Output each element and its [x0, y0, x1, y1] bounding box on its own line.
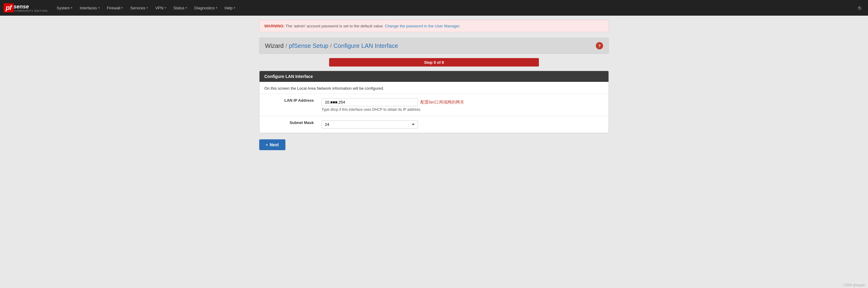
breadcrumb-sep1: /: [285, 43, 287, 49]
description-cell: On this screen the Local Area Network in…: [259, 82, 609, 94]
breadcrumb-sep2: /: [330, 43, 332, 49]
breadcrumb: Wizard / pfSense Setup / Configure LAN I…: [259, 38, 609, 54]
wizard-footer: » Next: [259, 139, 609, 150]
warning-label: WARNING:: [264, 24, 284, 28]
help-button[interactable]: ?: [596, 42, 603, 49]
nav-services-arrow: ▾: [147, 6, 148, 9]
lan-ip-input-group: 配置lan口局域网的网关: [321, 98, 604, 106]
nav-services[interactable]: Services ▾: [127, 4, 151, 12]
community-edition-label: COMMUNITY EDITION: [14, 9, 48, 12]
lan-ip-subtext: Type dhcp if this interface uses DHCP to…: [321, 107, 604, 112]
subnet-mask-label: Subnet Mask: [259, 116, 320, 133]
warning-banner: WARNING: The 'admin' account password is…: [259, 20, 609, 32]
logo-sense: sense: [13, 4, 29, 10]
breadcrumb-wizard: Wizard: [265, 42, 284, 49]
nav-vpn[interactable]: VPN ▾: [152, 4, 169, 12]
lan-ip-input-cell: 配置lan口局域网的网关 Type dhcp if this interface…: [320, 94, 609, 116]
nav-firewall-arrow: ▾: [121, 6, 123, 9]
nav-vpn-arrow: ▾: [164, 6, 166, 9]
logout-icon[interactable]: ⎋: [855, 3, 864, 13]
subnet-mask-row: Subnet Mask 24 8 16 25 26 27 28 29: [259, 116, 609, 133]
nav-firewall[interactable]: Firewall ▾: [104, 4, 126, 12]
nav-help-arrow: ▾: [234, 6, 236, 9]
breadcrumb-text: Wizard / pfSense Setup / Configure LAN I…: [265, 42, 398, 49]
nav-interfaces-arrow: ▾: [98, 6, 100, 9]
nav-help[interactable]: Help ▾: [221, 4, 239, 12]
progress-bar: Step 5 of 9: [329, 58, 539, 67]
warning-link[interactable]: Change the password in the User Manager.: [385, 24, 461, 28]
nav-system-arrow: ▾: [71, 6, 72, 9]
nav-interfaces[interactable]: Interfaces ▾: [76, 4, 102, 12]
configure-lan-panel: Configure LAN Interface On this screen t…: [259, 71, 609, 133]
panel-header: Configure LAN Interface: [259, 71, 609, 82]
logo-text-block: sense COMMUNITY EDITION: [13, 4, 48, 12]
nav-status-arrow: ▾: [186, 6, 187, 9]
logo-pf: pf: [4, 3, 13, 12]
description-row: On this screen the Local Area Network in…: [259, 82, 609, 94]
form-table: On this screen the Local Area Network in…: [259, 82, 609, 133]
lan-ip-hint: 配置lan口局域网的网关: [421, 100, 464, 105]
next-icon: »: [266, 143, 268, 147]
page-wrapper: WARNING: The 'admin' account password is…: [253, 16, 615, 162]
panel-body: On this screen the Local Area Network in…: [259, 82, 609, 133]
lan-ip-row: LAN IP Address 配置lan口局域网的网关 Type dhcp if…: [259, 94, 609, 116]
warning-message: The 'admin' account password is set to t…: [286, 24, 385, 28]
lan-ip-label: LAN IP Address: [259, 94, 320, 116]
brand-logo[interactable]: pf sense COMMUNITY EDITION: [4, 3, 48, 12]
breadcrumb-pfsense-setup[interactable]: pfSense Setup: [289, 42, 328, 49]
next-button[interactable]: » Next: [259, 139, 285, 150]
nav-diagnostics[interactable]: Diagnostics ▾: [191, 4, 220, 12]
nav-status[interactable]: Status ▾: [170, 4, 190, 12]
navbar: pf sense COMMUNITY EDITION System ▾ Inte…: [0, 0, 868, 16]
breadcrumb-configure-lan[interactable]: Configure LAN Interface: [333, 42, 398, 49]
next-label: Next: [270, 142, 279, 147]
nav-system[interactable]: System ▾: [54, 4, 75, 12]
progress-label: Step 5 of 9: [424, 60, 444, 65]
subnet-mask-select[interactable]: 24 8 16 25 26 27 28 29 30 32: [321, 120, 418, 129]
lan-ip-input[interactable]: [321, 98, 418, 106]
nav-diagnostics-arrow: ▾: [216, 6, 217, 9]
subnet-mask-input-cell: 24 8 16 25 26 27 28 29 30 32: [320, 116, 609, 133]
